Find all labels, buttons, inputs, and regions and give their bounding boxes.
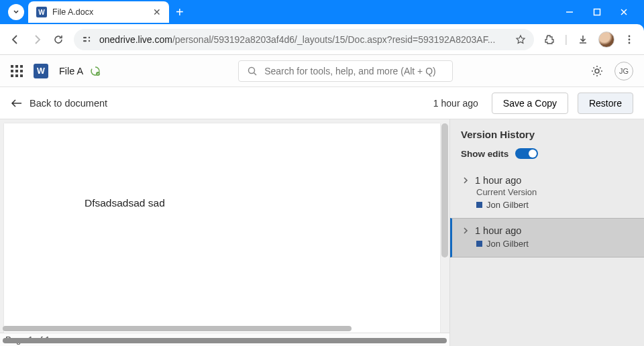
address-bar[interactable]: onedrive.live.com/personal/593192a8203af… xyxy=(74,29,534,50)
version-time: 1 hour ago xyxy=(475,225,521,236)
version-history-panel: Version History Show edits 1 hour agoCur… xyxy=(449,119,644,346)
save-copy-button[interactable]: Save a Copy xyxy=(492,93,568,114)
document-canvas[interactable]: Dfsadsadsad sad xyxy=(4,123,440,334)
version-subtitle: Current Version xyxy=(476,187,635,197)
svg-point-6 xyxy=(629,35,631,37)
maximize-icon[interactable] xyxy=(593,7,601,17)
sync-status-icon[interactable] xyxy=(90,66,101,76)
document-filename[interactable]: File A xyxy=(59,66,83,76)
word-icon: W xyxy=(36,7,47,17)
search-icon xyxy=(247,66,258,76)
svg-rect-2 xyxy=(83,37,87,38)
chevron-right-icon xyxy=(462,227,470,235)
settings-gear-icon[interactable] xyxy=(590,64,604,78)
back-to-document-link[interactable]: Back to document xyxy=(11,98,107,109)
close-tab-icon[interactable]: ✕ xyxy=(153,7,161,17)
vertical-scrollbar[interactable] xyxy=(441,123,448,257)
svg-rect-1 xyxy=(594,9,600,15)
nav-back-button[interactable] xyxy=(9,34,21,46)
extensions-icon[interactable] xyxy=(543,34,555,46)
svg-point-8 xyxy=(629,42,631,44)
svg-point-12 xyxy=(595,69,599,73)
svg-point-4 xyxy=(89,36,90,38)
tab-search-button[interactable] xyxy=(8,4,24,20)
site-settings-icon[interactable] xyxy=(82,34,93,45)
restore-button[interactable]: Restore xyxy=(578,93,633,114)
search-placeholder: Search for tools, help, and more (Alt + … xyxy=(264,66,436,76)
new-tab-button[interactable]: + xyxy=(176,5,184,20)
svg-point-7 xyxy=(629,38,631,40)
url-text: onedrive.live.com/personal/593192a8203af… xyxy=(99,34,508,45)
close-window-icon[interactable] xyxy=(620,7,628,17)
horizontal-scrollbar[interactable] xyxy=(3,326,352,331)
arrow-left-icon xyxy=(11,99,23,108)
svg-line-11 xyxy=(254,72,257,75)
version-item[interactable]: 1 hour agoCurrent VersionJon Gilbert xyxy=(450,168,644,218)
profile-avatar[interactable] xyxy=(598,32,614,48)
search-input[interactable]: Search for tools, help, and more (Alt + … xyxy=(238,60,453,82)
bookmark-star-icon[interactable] xyxy=(515,34,526,45)
version-author: Jon Gilbert xyxy=(486,239,529,249)
version-time: 1 hour ago xyxy=(475,175,521,186)
reload-button[interactable] xyxy=(52,34,64,46)
downloads-icon[interactable] xyxy=(577,34,589,46)
version-history-title: Version History xyxy=(450,119,644,146)
svg-point-5 xyxy=(89,40,90,41)
tab-title: File A.docx xyxy=(52,7,153,17)
chevron-right-icon xyxy=(462,176,470,184)
nav-forward-button[interactable] xyxy=(31,34,43,46)
bottom-scrollbar[interactable] xyxy=(3,338,447,343)
svg-rect-3 xyxy=(83,40,87,42)
version-item[interactable]: 1 hour agoJon Gilbert xyxy=(450,218,644,257)
show-edits-toggle[interactable] xyxy=(515,148,538,159)
svg-point-10 xyxy=(249,67,255,73)
version-timestamp: 1 hour ago xyxy=(433,98,478,109)
svg-point-9 xyxy=(96,72,100,76)
show-edits-label: Show edits xyxy=(461,149,508,159)
version-author: Jon Gilbert xyxy=(486,200,529,210)
author-color-swatch xyxy=(476,202,482,208)
app-launcher-icon[interactable] xyxy=(11,65,23,77)
browser-tab[interactable]: W File A.docx ✕ xyxy=(28,1,169,23)
minimize-icon[interactable] xyxy=(565,7,574,17)
user-avatar[interactable]: JG xyxy=(614,62,633,80)
chrome-menu-icon[interactable] xyxy=(624,34,635,45)
author-color-swatch xyxy=(476,241,482,247)
word-logo-icon: W xyxy=(34,64,48,78)
document-body-text: Dfsadsadsad sad xyxy=(4,123,440,209)
